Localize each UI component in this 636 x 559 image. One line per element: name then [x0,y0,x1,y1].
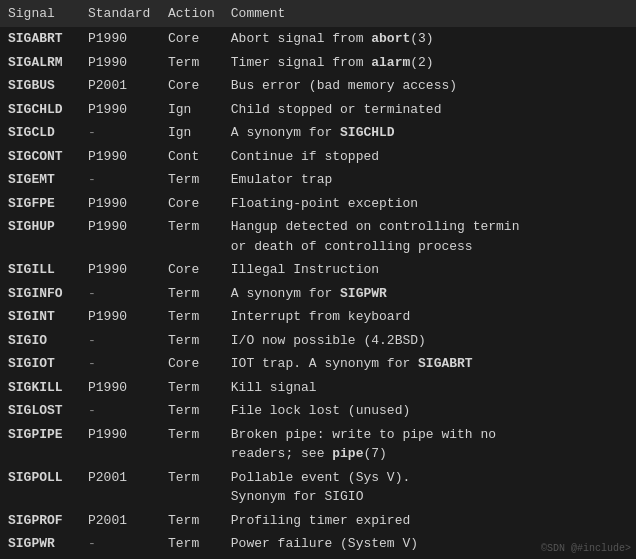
cell-comment: Kill signal [223,376,636,400]
cell-comment: Interrupt from keyboard [223,305,636,329]
cell-signal: SIGLOST [0,399,80,423]
cell-standard: P1990 [80,305,160,329]
cell-standard: P1990 [80,423,160,466]
table-row: SIGIOT-CoreIOT trap. A synonym for SIGAB… [0,352,636,376]
table-row: SIGCHLDP1990IgnChild stopped or terminat… [0,98,636,122]
cell-action: Term [160,282,223,306]
cell-standard: P1990 [80,27,160,51]
cell-standard: P1990 [80,376,160,400]
table-row: SIGKILLP1990TermKill signal [0,376,636,400]
cell-comment: Child stopped or terminated [223,98,636,122]
cell-action: Term [160,215,223,258]
cell-standard: - [80,532,160,556]
cell-comment: File lock lost (unused) [223,399,636,423]
cell-signal: SIGCHLD [0,98,80,122]
cell-signal: SIGABRT [0,27,80,51]
cell-action: Term [160,51,223,75]
header-standard: Standard [80,0,160,27]
table-header-row: Signal Standard Action Comment [0,0,636,27]
cell-action: Term [160,399,223,423]
cell-comment: Timer signal from alarm(2) [223,51,636,75]
cell-comment: A synonym for SIGCHLD [223,121,636,145]
cell-signal: SIGPROF [0,509,80,533]
cell-action: Term [160,532,223,556]
cell-signal: SIGALRM [0,51,80,75]
cell-comment: Continue if stopped [223,145,636,169]
cell-action: Cont [160,145,223,169]
cell-comment: Emulator trap [223,168,636,192]
signal-table-container: Signal Standard Action Comment SIGABRTP1… [0,0,636,556]
cell-standard: - [80,352,160,376]
cell-standard: P1990 [80,215,160,258]
cell-signal: SIGCONT [0,145,80,169]
cell-standard: P2001 [80,74,160,98]
table-row: SIGCONTP1990ContContinue if stopped [0,145,636,169]
cell-signal: SIGINFO [0,282,80,306]
cell-action: Ign [160,98,223,122]
cell-comment: I/O now possible (4.2BSD) [223,329,636,353]
cell-standard: - [80,168,160,192]
cell-signal: SIGCLD [0,121,80,145]
cell-standard: - [80,282,160,306]
table-row: SIGALRMP1990TermTimer signal from alarm(… [0,51,636,75]
table-row: SIGFPEP1990CoreFloating-point exception [0,192,636,216]
cell-standard: - [80,329,160,353]
cell-signal: SIGEMT [0,168,80,192]
cell-action: Core [160,74,223,98]
table-row: SIGINFO-TermA synonym for SIGPWR [0,282,636,306]
cell-signal: SIGPIPE [0,423,80,466]
cell-comment: Profiling timer expired [223,509,636,533]
header-comment: Comment [223,0,636,27]
cell-comment: IOT trap. A synonym for SIGABRT [223,352,636,376]
cell-standard: P2001 [80,509,160,533]
cell-comment: Broken pipe: write to pipe with noreader… [223,423,636,466]
watermark: ©SDN @#include> [541,543,631,554]
cell-signal: SIGFPE [0,192,80,216]
cell-action: Term [160,376,223,400]
cell-signal: SIGKILL [0,376,80,400]
cell-comment: Abort signal from abort(3) [223,27,636,51]
cell-comment: Hangup detected on controlling terminor … [223,215,636,258]
table-row: SIGPIPEP1990TermBroken pipe: write to pi… [0,423,636,466]
cell-signal: SIGPOLL [0,466,80,509]
cell-comment: A synonym for SIGPWR [223,282,636,306]
cell-standard: P1990 [80,98,160,122]
header-signal: Signal [0,0,80,27]
cell-standard: P1990 [80,192,160,216]
cell-action: Term [160,423,223,466]
cell-signal: SIGHUP [0,215,80,258]
signal-table: Signal Standard Action Comment SIGABRTP1… [0,0,636,556]
table-row: SIGPOLLP2001TermPollable event (Sys V).S… [0,466,636,509]
cell-signal: SIGPWR [0,532,80,556]
cell-standard: - [80,399,160,423]
table-row: SIGBUSP2001CoreBus error (bad memory acc… [0,74,636,98]
cell-comment: Pollable event (Sys V).Synonym for SIGIO [223,466,636,509]
table-row: SIGLOST-TermFile lock lost (unused) [0,399,636,423]
cell-standard: P1990 [80,258,160,282]
table-row: SIGHUPP1990TermHangup detected on contro… [0,215,636,258]
cell-comment: Illegal Instruction [223,258,636,282]
cell-standard: P1990 [80,145,160,169]
cell-action: Ign [160,121,223,145]
table-row: SIGINTP1990TermInterrupt from keyboard [0,305,636,329]
table-row: SIGILLP1990CoreIllegal Instruction [0,258,636,282]
cell-action: Core [160,352,223,376]
header-action: Action [160,0,223,27]
table-row: SIGPROFP2001TermProfiling timer expired [0,509,636,533]
cell-action: Term [160,466,223,509]
cell-standard: P2001 [80,466,160,509]
cell-signal: SIGBUS [0,74,80,98]
cell-comment: Bus error (bad memory access) [223,74,636,98]
cell-action: Core [160,27,223,51]
cell-signal: SIGIO [0,329,80,353]
cell-action: Term [160,168,223,192]
cell-action: Core [160,192,223,216]
cell-action: Term [160,305,223,329]
cell-signal: SIGILL [0,258,80,282]
cell-action: Term [160,509,223,533]
cell-action: Core [160,258,223,282]
cell-action: Term [160,329,223,353]
table-row: SIGCLD-IgnA synonym for SIGCHLD [0,121,636,145]
cell-comment: Floating-point exception [223,192,636,216]
cell-signal: SIGIOT [0,352,80,376]
